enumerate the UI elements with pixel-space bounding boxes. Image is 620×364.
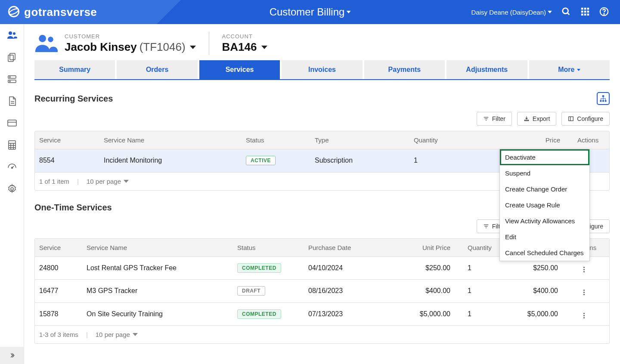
tab-services[interactable]: Services <box>199 60 282 79</box>
module-switcher[interactable]: Customer Billing <box>270 6 351 18</box>
tab-payments[interactable]: Payments <box>364 60 446 79</box>
row-actions-button[interactable] <box>580 288 588 297</box>
section-title: Recurring Services <box>34 94 113 104</box>
per-page-selector[interactable]: 10 per page <box>96 331 138 338</box>
export-label: Export <box>533 115 550 122</box>
menu-item-create-usage-rule[interactable]: Create Usage Rule <box>500 197 589 213</box>
item-count: 1-3 of 3 items <box>39 331 78 338</box>
tab-summary[interactable]: Summary <box>34 60 117 79</box>
cell-type: Subscription <box>310 151 409 170</box>
svg-rect-40 <box>602 100 604 102</box>
svg-rect-18 <box>8 55 13 62</box>
menu-item-edit[interactable]: Edit <box>500 229 589 245</box>
account-selector[interactable]: BA146 <box>222 40 267 54</box>
hierarchy-button[interactable] <box>597 92 610 105</box>
row-actions-button[interactable] <box>580 311 588 320</box>
col-purchase-date[interactable]: Purchase Date <box>304 239 390 256</box>
chevron-down-icon <box>190 46 196 49</box>
sidebar-item-customers[interactable] <box>7 30 17 42</box>
cell-status: DRAFT <box>233 281 304 301</box>
search-button[interactable] <box>561 7 571 18</box>
item-count: 1 of 1 item <box>39 178 69 185</box>
svg-point-37 <box>48 37 53 42</box>
filter-button[interactable]: Filter <box>477 112 512 126</box>
app-launcher-button[interactable] <box>580 7 590 18</box>
tab-invoices[interactable]: Invoices <box>282 60 364 79</box>
module-title: Customer Billing <box>270 6 345 18</box>
chevron-down-icon <box>346 11 350 13</box>
sidebar-item-settings[interactable] <box>7 184 17 195</box>
main-content: CUSTOMER Jacob Kinsey (TF1046) ACCOUNT B… <box>24 24 620 364</box>
customer-selector[interactable]: Jacob Kinsey (TF1046) <box>65 40 196 54</box>
cell-status: ACTIVE <box>242 151 310 170</box>
col-service-name[interactable]: Service Name <box>99 131 242 149</box>
status-badge: COMPLETED <box>237 309 281 319</box>
col-status[interactable]: Status <box>233 239 304 256</box>
cell-service: 15878 <box>35 305 82 323</box>
sidebar-item-copy[interactable] <box>7 52 17 64</box>
table-row[interactable]: 16477 M3 GPS Tracker DRAFT 08/16/2023 $4… <box>35 280 609 303</box>
chevron-down-icon <box>133 333 138 336</box>
col-price[interactable]: Price <box>483 131 573 149</box>
col-service[interactable]: Service <box>35 239 82 256</box>
svg-rect-12 <box>587 13 589 15</box>
tab-more-label: More <box>558 66 574 74</box>
col-service[interactable]: Service <box>35 131 99 149</box>
sidebar-item-dashboard[interactable] <box>7 162 17 173</box>
cell-status: COMPLETED <box>233 304 304 324</box>
cell-unit-price: $5,000.00 <box>390 305 463 323</box>
cell-service-name: On Site Security Training <box>82 305 233 323</box>
export-button[interactable]: Export <box>517 112 556 126</box>
sidebar-expand-button[interactable] <box>0 347 24 364</box>
svg-rect-46 <box>569 117 574 120</box>
col-unit-price[interactable]: Unit Price <box>390 239 463 256</box>
cell-price: $250.00 <box>515 259 571 277</box>
cell-quantity: 1 <box>463 282 515 300</box>
cell-status: COMPLETED <box>233 258 304 278</box>
row-actions-button[interactable] <box>580 265 588 274</box>
cell-service-name: Lost Rental GPS Tracker Fee <box>82 259 233 277</box>
menu-item-suspend[interactable]: Suspend <box>500 165 589 181</box>
svg-rect-39 <box>600 100 602 102</box>
cell-price: $5,000.00 <box>515 305 571 323</box>
svg-rect-8 <box>584 10 586 12</box>
col-type[interactable]: Type <box>310 131 409 149</box>
help-button[interactable] <box>599 7 609 18</box>
per-page-selector[interactable]: 10 per page <box>87 178 129 185</box>
status-badge: ACTIVE <box>246 156 276 165</box>
customer-id: (TF1046) <box>140 40 186 54</box>
sidebar-item-calculator[interactable] <box>7 140 17 151</box>
configure-label: Configure <box>577 115 603 122</box>
menu-item-cancel-scheduled-charges[interactable]: Cancel Scheduled Charges <box>500 245 589 261</box>
menu-item-view-activity-allowances[interactable]: View Activity Allowances <box>500 213 589 229</box>
cell-purchase-date: 04/10/2024 <box>304 259 390 277</box>
sidebar-item-document[interactable] <box>7 96 17 108</box>
divider <box>209 32 209 55</box>
col-service-name[interactable]: Service Name <box>82 239 233 256</box>
cell-quantity: 1 <box>463 305 515 323</box>
svg-point-16 <box>13 32 16 35</box>
menu-item-deactivate[interactable]: Deactivate <box>500 149 589 165</box>
sidebar-item-server[interactable] <box>7 74 17 86</box>
cell-unit-price: $400.00 <box>390 282 463 300</box>
col-status[interactable]: Status <box>242 131 310 149</box>
configure-button[interactable]: Configure <box>561 112 610 126</box>
table-row[interactable]: 15878 On Site Security Training COMPLETE… <box>35 303 609 326</box>
cell-service-name: M3 GPS Tracker <box>82 282 233 300</box>
col-quantity[interactable]: Quantity <box>409 131 483 149</box>
status-badge: COMPLETED <box>237 263 281 273</box>
tab-orders[interactable]: Orders <box>117 60 199 79</box>
menu-item-create-change-order[interactable]: Create Change Order <box>500 181 589 197</box>
sidebar-item-card[interactable] <box>7 118 17 130</box>
svg-point-15 <box>9 31 12 35</box>
chevron-down-icon <box>548 11 552 13</box>
user-menu[interactable]: Daisy Deane (DaisyDean) <box>471 9 552 16</box>
tab-more[interactable]: More <box>529 60 610 79</box>
sidebar <box>0 24 24 364</box>
cell-service: 8554 <box>35 151 99 170</box>
svg-rect-38 <box>602 96 604 97</box>
cell-purchase-date: 07/13/2023 <box>304 305 390 323</box>
tab-adjustments[interactable]: Adjustments <box>446 60 529 79</box>
cell-quantity: 1 <box>409 151 483 170</box>
per-page-label: 10 per page <box>87 178 121 185</box>
